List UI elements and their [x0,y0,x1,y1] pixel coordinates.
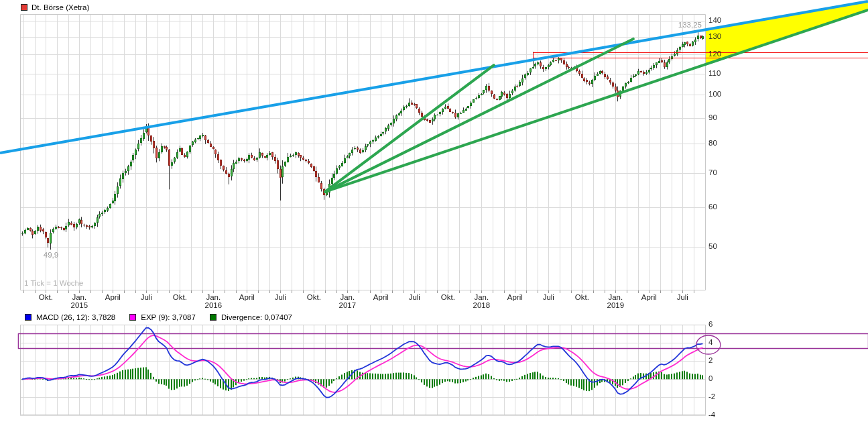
macd-legend: MACD (26, 12): 3,7828 EXP (9): 3,7087 Di… [25,313,292,321]
instrument-name: Dt. Börse (Xetra) [32,3,89,11]
divergence-color-swatch-icon [210,314,216,321]
tick-interval-note: 1 Tick = 1 Woche [24,279,83,287]
period-low-label: 49,9 [44,251,58,259]
divergence-readout: Divergence: 0,07407 [221,313,292,321]
macd-legend-item-divergence[interactable]: Divergence: 0,07407 [210,313,292,321]
exp-color-swatch-icon [129,314,136,321]
instrument-legend[interactable]: Dt. Börse (Xetra) [21,3,89,11]
price-macd-chart-canvas[interactable] [0,0,868,436]
chart-window: Dt. Börse (Xetra) 1 Tick = 1 Woche 133,2… [0,0,868,436]
series-color-swatch-icon [21,4,27,11]
macd-legend-item-macd[interactable]: MACD (26, 12): 3,7828 [25,313,115,321]
macd-color-swatch-icon [25,314,32,321]
macd-readout: MACD (26, 12): 3,7828 [36,313,115,321]
macd-legend-item-exp[interactable]: EXP (9): 3,7087 [129,313,196,321]
exp-readout: EXP (9): 3,7087 [141,313,196,321]
period-high-label: 133,25 [678,21,702,29]
